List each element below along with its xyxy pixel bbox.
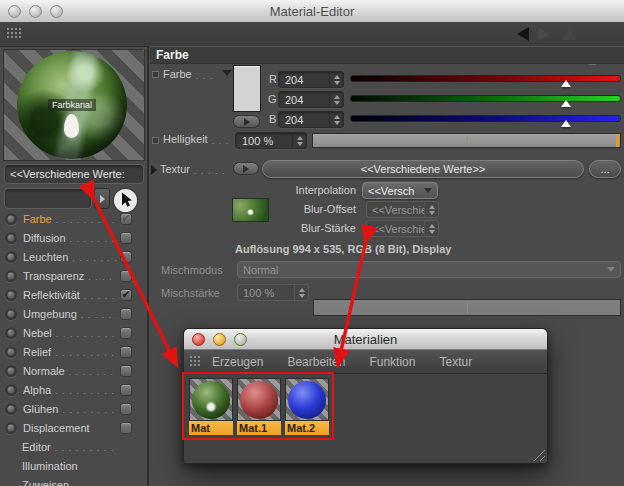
sidebar-item-zuweisen[interactable]: Zuweisen bbox=[0, 475, 148, 486]
channel-radio-icon[interactable] bbox=[5, 327, 17, 339]
texture-value-button[interactable]: <<Verschiedene Werte>> bbox=[262, 160, 584, 178]
g-slider[interactable] bbox=[350, 95, 621, 102]
b-value-field[interactable]: 204 bbox=[278, 111, 344, 128]
blur-strength-stepper[interactable] bbox=[424, 221, 438, 236]
channel-radio-icon[interactable] bbox=[5, 270, 17, 282]
menubar-drag-grip[interactable] bbox=[189, 355, 202, 368]
channel-checkbox[interactable]: ✔ bbox=[120, 289, 132, 301]
sidebar-item-leuchten[interactable]: Leuchten . . . . . . . . . . . . . . . .… bbox=[0, 247, 148, 266]
channel-checkbox[interactable]: ✔ bbox=[120, 308, 132, 320]
forward-arrow-icon[interactable] bbox=[538, 27, 550, 41]
texture-disclosure-icon[interactable] bbox=[151, 165, 157, 175]
interpolation-dropdown[interactable]: <<Versch bbox=[362, 182, 438, 199]
g-slider-thumb[interactable] bbox=[561, 100, 571, 107]
brightness-mini-checkbox[interactable] bbox=[152, 137, 159, 144]
menu-arrow-icon bbox=[100, 195, 105, 203]
brightness-row-label: Helligkeit . . . . . . . . . . . . . . .… bbox=[163, 133, 231, 146]
mix-strength-field[interactable]: 100 % bbox=[237, 284, 309, 301]
channel-checkbox[interactable]: ✔ bbox=[120, 346, 132, 358]
mix-mode-dropdown[interactable]: Normal bbox=[237, 261, 621, 278]
channel-radio-icon[interactable] bbox=[5, 232, 17, 244]
r-stepper[interactable] bbox=[329, 72, 343, 87]
r-slider[interactable] bbox=[350, 75, 621, 82]
sidebar-item-nebel[interactable]: Nebel . . . . . . . . . . . . . . . . . … bbox=[0, 323, 148, 342]
up-arrow-icon[interactable] bbox=[562, 27, 576, 40]
channel-label: Reflektivität bbox=[23, 289, 80, 301]
color-swatch[interactable] bbox=[233, 65, 261, 112]
channel-radio-icon[interactable] bbox=[5, 422, 17, 434]
channel-label: Leuchten bbox=[23, 251, 68, 263]
menu-bearbeiten[interactable]: Bearbeiten bbox=[287, 355, 345, 369]
r-value-field[interactable]: 204 bbox=[278, 71, 344, 88]
channel-radio-icon[interactable] bbox=[5, 403, 17, 415]
g-stepper[interactable] bbox=[329, 92, 343, 107]
interpolation-label: Interpolation bbox=[250, 184, 356, 196]
channel-radio-icon[interactable] bbox=[5, 213, 17, 225]
sidebar-item-umgebung[interactable]: Umgebung . . . . . . . . . . . . . . . .… bbox=[0, 304, 148, 323]
channel-radio-icon[interactable] bbox=[5, 365, 17, 377]
b-slider[interactable] bbox=[350, 115, 621, 122]
r-slider-thumb[interactable] bbox=[561, 80, 571, 87]
resize-grip[interactable] bbox=[531, 448, 545, 461]
channel-radio-icon[interactable] bbox=[5, 308, 17, 320]
blur-offset-stepper[interactable] bbox=[424, 202, 438, 217]
sidebar-item-gluehen[interactable]: Glühen . . . . . . . . . . . . . . . . .… bbox=[0, 399, 148, 418]
sidebar-item-illumination[interactable]: Illumination bbox=[0, 456, 148, 475]
sidebar-item-farbe[interactable]: Farbe . . . . . . . . . . . . . . . . . … bbox=[0, 209, 148, 228]
channel-checkbox[interactable]: ✔ bbox=[120, 365, 132, 377]
menu-erzeugen[interactable]: Erzeugen bbox=[212, 355, 263, 369]
mix-mode-label: Mischmodus bbox=[161, 264, 223, 276]
editor-titlebar[interactable]: Material-Editor bbox=[0, 0, 624, 23]
b-slider-thumb[interactable] bbox=[561, 120, 571, 127]
texture-expand-button[interactable] bbox=[233, 162, 259, 175]
blur-offset-field[interactable]: <<Verschie bbox=[366, 201, 439, 218]
material-preview[interactable]: Farbkanal bbox=[3, 49, 145, 161]
channel-checkbox[interactable]: ✔ bbox=[120, 232, 132, 244]
brightness-value-field[interactable]: 100 % bbox=[235, 132, 307, 149]
channel-checkbox[interactable]: ✔ bbox=[120, 270, 132, 282]
menu-textur[interactable]: Textur bbox=[439, 355, 472, 369]
menu-funktion[interactable]: Funktion bbox=[369, 355, 415, 369]
channel-checkbox[interactable]: ✔ bbox=[120, 384, 132, 396]
sidebar-item-editor[interactable]: Editor . . . . . . . . . . . . . . . . .… bbox=[0, 437, 148, 456]
color-mini-checkbox[interactable] bbox=[152, 71, 159, 78]
sidebar-item-transparenz[interactable]: Transparenz . . . . . . . . . . . . . . … bbox=[0, 266, 148, 285]
channel-checkbox[interactable]: ✔ bbox=[120, 422, 132, 434]
g-value-field[interactable]: 204 bbox=[278, 91, 344, 108]
toolbar-drag-grip[interactable] bbox=[6, 27, 22, 40]
channel-radio-icon[interactable] bbox=[5, 289, 17, 301]
channel-checkbox[interactable]: ✔ bbox=[120, 327, 132, 339]
color-expand-button[interactable] bbox=[233, 115, 260, 128]
channel-label: Displacement bbox=[23, 422, 90, 434]
blur-strength-field[interactable]: <<Verschie bbox=[366, 220, 439, 237]
channel-checkbox[interactable]: ✔ bbox=[120, 403, 132, 415]
sidebar-item-alpha[interactable]: Alpha . . . . . . . . . . . . . . . . . … bbox=[0, 380, 148, 399]
channel-radio-icon[interactable] bbox=[5, 384, 17, 396]
texture-more-button[interactable]: ... bbox=[589, 160, 621, 178]
material-name-input[interactable] bbox=[4, 188, 92, 209]
brightness-slider-handle[interactable] bbox=[616, 134, 619, 147]
sidebar-item-displacement[interactable]: Displacement ✔ bbox=[0, 418, 148, 437]
material-values-field[interactable]: <<Verschiedene Werte: bbox=[4, 164, 144, 184]
window-title: Material-Editor bbox=[0, 4, 624, 19]
mix-strength-stepper[interactable] bbox=[294, 285, 308, 300]
b-stepper[interactable] bbox=[329, 112, 343, 127]
blur-offset-label: Blur-Offset bbox=[250, 203, 356, 215]
sidebar-item-normale[interactable]: Normale . . . . . . . . . . . . . . . . … bbox=[0, 361, 148, 380]
color-disclosure-icon[interactable] bbox=[222, 70, 232, 76]
back-arrow-icon[interactable] bbox=[517, 27, 529, 41]
sidebar-item-relief[interactable]: Relief . . . . . . . . . . . . . . . . .… bbox=[0, 342, 148, 361]
channel-checkbox[interactable]: ✔ bbox=[120, 213, 132, 225]
channel-checkbox[interactable]: ✔ bbox=[120, 251, 132, 263]
mix-strength-slider[interactable] bbox=[313, 299, 621, 316]
channel-radio-icon[interactable] bbox=[5, 346, 17, 358]
sidebar-item-diffusion[interactable]: Diffusion . . . . . . . . . . . . . . . … bbox=[0, 228, 148, 247]
section-header: Farbe bbox=[150, 46, 624, 64]
brightness-slider[interactable] bbox=[312, 133, 621, 148]
name-menu-button[interactable] bbox=[94, 188, 110, 209]
channel-radio-icon[interactable] bbox=[5, 251, 17, 263]
sidebar-item-reflektivitaet[interactable]: Reflektivität . . . . . . . . . . . . . … bbox=[0, 285, 148, 304]
annotation-highlight-box bbox=[182, 372, 334, 440]
brightness-stepper[interactable] bbox=[292, 133, 306, 148]
materials-titlebar[interactable]: Materialien bbox=[184, 329, 547, 350]
